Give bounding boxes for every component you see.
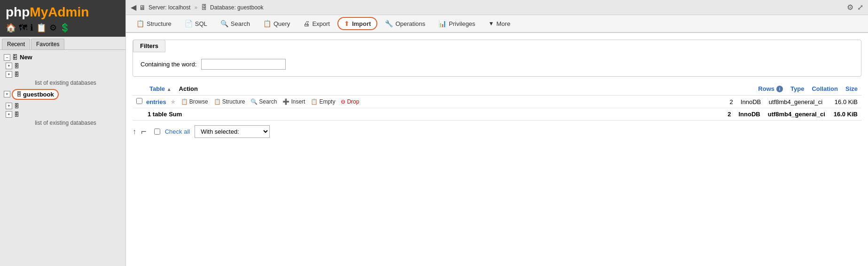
tab-search[interactable]: 🔍 Search: [214, 15, 257, 33]
sidebar-tab-recent[interactable]: Recent: [2, 39, 30, 49]
col-header-type[interactable]: Type: [787, 83, 808, 94]
money-icon[interactable]: 💲: [60, 23, 70, 33]
tree-db-icon-2a: 🗄: [14, 103, 19, 109]
tree-expand-2a: +: [6, 103, 12, 109]
structure-icon: 📋: [214, 98, 221, 105]
sum-table-label: 1 table: [148, 111, 167, 118]
guestbook-item[interactable]: 🗄 guestbook: [12, 89, 59, 100]
tab-import[interactable]: ⬆ Import: [336, 15, 378, 32]
tree-list-row-1b: + 🗄: [6, 70, 124, 79]
back-button[interactable]: ◀: [131, 3, 136, 12]
tree-db-icon-1a: 🗄: [14, 63, 19, 69]
filters-label: Containing the word:: [141, 61, 196, 68]
sql-tab-label: SQL: [195, 20, 207, 27]
filters-content: Containing the word:: [133, 52, 861, 76]
sum-collation: utf8mb4_general_ci: [764, 111, 830, 118]
search-label: Search: [259, 98, 277, 105]
tab-structure[interactable]: 📋 Structure: [130, 15, 178, 33]
tree-new-item: − 🗄 New: [2, 53, 124, 62]
structure-label: Structure: [222, 98, 245, 105]
copy-icon[interactable]: 📋: [36, 23, 47, 33]
action-search[interactable]: 🔍 Search: [249, 98, 279, 105]
footer-line-icon: ⌐: [141, 126, 147, 137]
drop-icon: ⊖: [341, 98, 345, 105]
col-header-table[interactable]: Table ▲: [146, 83, 175, 94]
tree-list-row-1: + 🗄: [6, 62, 124, 70]
browse-label: Browse: [189, 98, 208, 105]
filters-input[interactable]: [201, 59, 286, 70]
row-select-checkbox[interactable]: [136, 98, 142, 104]
row-checkbox[interactable]: [133, 98, 146, 105]
col-rows-label: Rows: [758, 85, 774, 92]
tree-list-label-1: list of existing databases: [8, 79, 124, 87]
structure-tab-label: Structure: [147, 20, 172, 27]
titlebar-settings-icon[interactable]: ⚙: [847, 3, 853, 12]
col-header-rows: Rows i: [754, 83, 787, 94]
col-header-collation[interactable]: Collation: [808, 83, 842, 94]
tab-privileges[interactable]: 📊 Privileges: [432, 15, 482, 33]
titlebar-restore-icon[interactable]: ⤢: [857, 3, 863, 12]
table-row: entries ★ 📋 Browse 📋 Structure 🔍 Search: [133, 96, 861, 108]
tree-new-expand: −: [4, 54, 10, 61]
tree-list-group-2: + 🗄 + 🗄 list of existing databases: [2, 102, 124, 127]
sidebar: phpMyAdmin 🏠 🗺 ℹ 📋 ⚙ 💲 Recent Favorites …: [0, 0, 126, 266]
home-icon[interactable]: 🏠: [6, 23, 16, 33]
check-all-label[interactable]: Check all: [165, 128, 190, 135]
empty-icon: 📋: [311, 98, 318, 105]
row-star-icon[interactable]: ★: [170, 98, 179, 105]
sidebar-tree: − 🗄 New + 🗄 + 🗄 list of existing databas…: [0, 50, 125, 266]
sql-tab-icon: 📄: [185, 20, 193, 27]
tree-list-row-2a: + 🗄: [6, 102, 124, 110]
action-insert[interactable]: ➕ Insert: [281, 98, 307, 105]
logo-area: phpMyAdmin 🏠 🗺 ℹ 📋 ⚙ 💲: [0, 0, 125, 37]
search-tab-icon: 🔍: [220, 20, 228, 27]
import-tab-icon: ⬆: [344, 20, 350, 27]
db-label: Database: guestbook: [210, 4, 263, 11]
tab-more[interactable]: ▼ More: [482, 16, 517, 33]
tree-new-label[interactable]: New: [20, 54, 32, 61]
tab-query[interactable]: 📋 Query: [257, 15, 297, 33]
guestbook-db-icon: 🗄: [16, 91, 22, 97]
rows-info-icon[interactable]: i: [776, 86, 783, 92]
export-tab-label: Export: [312, 20, 330, 27]
operations-tab-label: Operations: [395, 20, 425, 27]
map-icon[interactable]: 🗺: [19, 23, 27, 33]
col-table-label: Table: [149, 85, 165, 92]
tab-operations[interactable]: 🔧 Operations: [378, 15, 432, 33]
action-structure[interactable]: 📋 Structure: [212, 98, 247, 105]
tree-db-icon: 🗄: [12, 54, 18, 61]
content-area: Filters Containing the word: Table ▲ Act…: [126, 33, 868, 266]
tree-list-row-2b: + 🗄: [6, 110, 124, 119]
row-count: 2: [709, 98, 737, 105]
check-all-checkbox[interactable]: [154, 129, 160, 135]
action-drop[interactable]: ⊖ Drop: [339, 98, 361, 105]
sidebar-tab-favorites[interactable]: Favorites: [31, 39, 64, 49]
empty-label: Empty: [319, 98, 335, 105]
row-actions: 📋 Browse 📋 Structure 🔍 Search ➕ Insert: [179, 98, 709, 105]
info-icon[interactable]: ℹ: [30, 23, 33, 33]
server-label: Server: localhost: [149, 4, 190, 11]
tree-expand-guestbook: +: [4, 91, 10, 97]
row-table-name[interactable]: entries: [146, 98, 170, 105]
search-tab-label: Search: [231, 20, 250, 27]
export-tab-icon: 🖨: [303, 20, 310, 27]
footer-row: ↑ ⌐ Check all With selected: Drop Empty …: [133, 121, 861, 143]
settings-icon[interactable]: ⚙: [49, 23, 57, 33]
col-header-size[interactable]: Size: [842, 83, 861, 94]
col-header-action: Action: [175, 83, 755, 94]
filters-box: Filters Containing the word:: [133, 40, 861, 77]
import-tab-label: Import: [352, 20, 371, 27]
with-selected-dropdown[interactable]: With selected: Drop Empty Check table Op…: [195, 125, 270, 138]
action-browse[interactable]: 📋 Browse: [179, 98, 210, 105]
query-tab-label: Query: [274, 20, 290, 27]
action-empty[interactable]: 📋 Empty: [309, 98, 337, 105]
nav-tabs: 📋 Structure 📄 SQL 🔍 Search 📋 Query 🖨 Exp…: [126, 15, 868, 33]
sum-size: 16.0 KiB: [830, 111, 861, 118]
structure-tab-icon: 📋: [136, 20, 144, 27]
tab-export[interactable]: 🖨 Export: [297, 15, 336, 33]
titlebar-actions: ⚙ ⤢: [847, 3, 863, 12]
tab-sql[interactable]: 📄 SQL: [178, 15, 214, 33]
tree-expand-2b: +: [6, 111, 12, 118]
row-type: InnoDB: [737, 98, 765, 105]
db-icon: 🗄: [201, 4, 207, 11]
